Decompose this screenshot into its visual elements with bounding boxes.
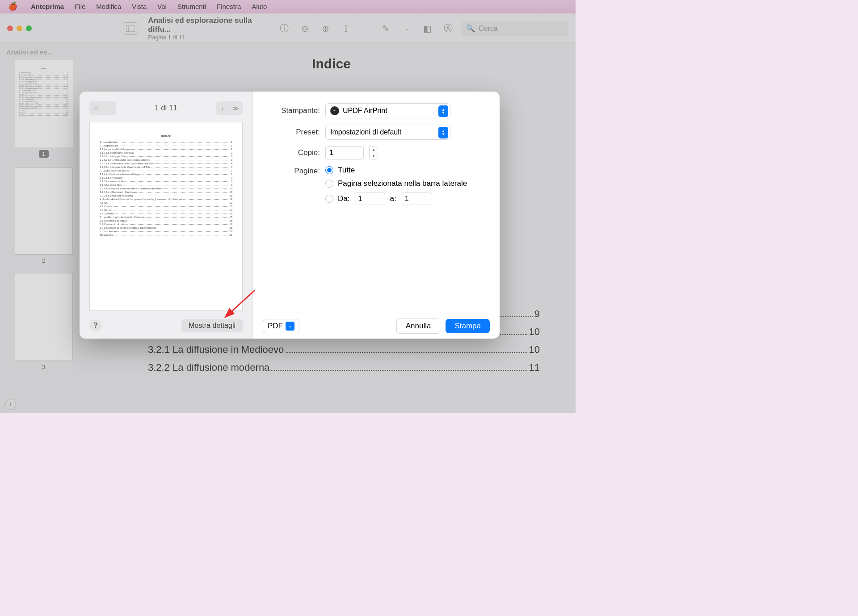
printer-label: Stampante:: [268, 106, 320, 115]
pages-to-input[interactable]: [401, 193, 432, 205]
preview-toc-line: 3.1.2 La seconda fase8: [100, 180, 232, 183]
show-details-button[interactable]: Mostra dettagli: [181, 319, 243, 332]
prev-page-buttons[interactable]: ≪ ‹: [89, 101, 116, 115]
select-caret-icon: ▲▼: [438, 105, 448, 117]
dialog-page-indicator: 1 di 11: [155, 104, 177, 113]
preview-toc-line: 2.2.1 La definizione della Commedia dell…: [100, 162, 232, 165]
pdf-menu-button[interactable]: PDF ⌄: [263, 319, 299, 333]
help-button[interactable]: ?: [89, 319, 102, 332]
preview-title: Indice: [100, 134, 232, 138]
print-button[interactable]: Stampa: [446, 319, 490, 333]
pages-to-label: a:: [390, 194, 396, 203]
preview-toc-line: 5.2 L'ostacolo di cultura17: [100, 223, 232, 226]
preview-toc-line: 3.2.1 La diffusione in Medioevo10: [100, 191, 232, 193]
preview-toc-line: 3.1.3 La terza fase9: [100, 184, 232, 186]
chevron-down-icon: ⌄: [286, 322, 294, 331]
pages-from-input[interactable]: [354, 193, 385, 205]
preview-toc-line: 2.2 La generalità della Commedia dell'Ar…: [100, 159, 232, 161]
pages-range-radio[interactable]: [325, 195, 333, 203]
first-page-icon[interactable]: ≪: [89, 101, 103, 115]
preview-toc-line: 4. Analisi della diffusione dal punto di…: [100, 198, 232, 201]
preview-toc-line: 3.2.2 La diffusione moderna11: [100, 194, 232, 197]
pages-selected-radio[interactable]: [325, 180, 333, 188]
preview-toc-line: 2.1 La generalità di lingua2: [100, 148, 232, 151]
preview-toc-line: Bibliografia22: [100, 234, 232, 236]
preview-toc-line: 4.3 Come14: [100, 209, 232, 211]
printer-icon: ~: [330, 106, 339, 115]
copies-input[interactable]: [325, 146, 364, 159]
preview-toc-line: 2.2.2 Lo sviluppo della Commedia dell'Ar…: [100, 166, 232, 168]
copies-stepper[interactable]: ▲▼: [369, 146, 378, 159]
preview-toc-line: 6. Conclusione20: [100, 230, 232, 233]
preview-toc-line: 4.1 Chi13: [100, 201, 232, 204]
pages-selected-label: Pagina selezionata nella barra laterale: [338, 179, 467, 188]
select-caret-icon: ▲▼: [438, 127, 448, 138]
preview-toc-line: 4.2 Cosa13: [100, 205, 232, 208]
prev-page-icon[interactable]: ‹: [103, 101, 116, 115]
cancel-button[interactable]: Annulla: [396, 318, 441, 334]
next-page-icon[interactable]: ›: [216, 101, 229, 115]
print-dialog: ≪ ‹ 1 di 11 › ≫ Indice 1. Introduzione12…: [80, 92, 500, 339]
print-preview: Indice 1. Introduzione12. La generalità1…: [89, 122, 243, 311]
preview-toc-line: 3. La diffusione all'estero7: [100, 169, 232, 172]
preview-toc-line: 3.1 La diffusione all'estero di lingua7: [100, 173, 232, 176]
printer-value: UPDF AirPrint: [343, 107, 387, 115]
next-page-buttons[interactable]: › ≫: [216, 101, 243, 115]
last-page-icon[interactable]: ≫: [229, 101, 243, 115]
preview-toc-line: 5.1 L'ostacolo di lingua16: [100, 219, 232, 222]
preview-toc-line: 5. I problemi principali nella diffusion…: [100, 216, 232, 218]
pages-all-radio[interactable]: [325, 166, 333, 174]
preset-label: Preset:: [268, 128, 320, 137]
preset-value: Impostazioni di default: [330, 128, 401, 136]
preview-toc-line: 3.2 La diffusione all'estero della Comme…: [100, 187, 232, 190]
preview-toc-line: 4.4.2 Effetto15: [100, 212, 232, 215]
preview-toc-line: 3.1.1 La prima fase7: [100, 176, 232, 179]
pdf-label: PDF: [268, 322, 283, 331]
preview-toc-line: 2. La generalità1: [100, 144, 232, 147]
printer-select[interactable]: ~ UPDF AirPrint ▲▼: [325, 103, 450, 118]
preview-toc-line: 1. Introduzione1: [100, 141, 232, 143]
pages-all-label: Tutte: [338, 166, 355, 175]
preview-toc-line: 2.1.1 La definizione di lingua2: [100, 151, 232, 154]
preview-toc-line: 5.3 L'ostacolo di aprire il mercato inte…: [100, 226, 232, 229]
copies-label: Copie:: [268, 148, 320, 157]
pages-from-label: Da:: [338, 194, 349, 203]
preview-toc-line: 2.1.2 Lo sviluppo di lingua3: [100, 155, 232, 158]
pages-label: Pagine:: [268, 166, 320, 176]
preset-select[interactable]: Impostazioni di default ▲▼: [325, 125, 450, 140]
